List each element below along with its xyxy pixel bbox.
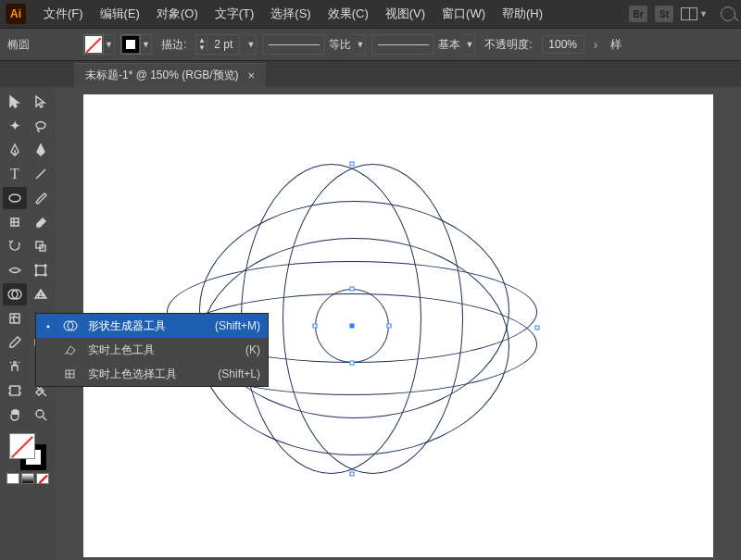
menu-edit[interactable]: 编辑(E) <box>92 0 148 28</box>
mesh-tool[interactable] <box>3 307 27 330</box>
profile-dropdown[interactable]: 等比▼ <box>262 34 366 55</box>
anchor-point[interactable] <box>535 326 540 330</box>
svg-point-7 <box>35 274 37 276</box>
menu-type[interactable]: 文字(T) <box>207 0 263 28</box>
menu-effect[interactable]: 效果(C) <box>320 0 377 28</box>
svg-line-0 <box>36 169 45 179</box>
shaper-tool[interactable] <box>3 211 27 233</box>
gradient-mode[interactable] <box>21 473 34 484</box>
lasso-tool[interactable] <box>29 115 53 137</box>
menubar: Ai 文件(F) 编辑(E) 对象(O) 文字(T) 选择(S) 效果(C) 视… <box>0 0 741 28</box>
stroke-swatch-group[interactable]: ▼ <box>120 34 152 55</box>
flyout-shortcut: (Shift+L) <box>218 367 260 380</box>
free-transform-tool[interactable] <box>29 259 53 281</box>
fill-swatch-group[interactable]: ▼ <box>83 34 115 55</box>
selection-tool[interactable] <box>3 91 27 113</box>
stroke-weight-dropdown[interactable]: ▼ <box>245 34 257 55</box>
perspective-grid-tool[interactable] <box>29 283 53 305</box>
menu-file[interactable]: 文件(F) <box>35 0 92 28</box>
style-label[interactable]: 样 <box>607 37 625 53</box>
flyout-item-label: 实时上色选择工具 <box>88 367 208 382</box>
scale-tool[interactable] <box>29 235 53 257</box>
shape-builder-icon <box>62 319 79 332</box>
layout-switcher[interactable]: ▼ <box>681 7 708 20</box>
svg-point-19 <box>36 410 44 417</box>
symbol-sprayer-tool[interactable] <box>3 355 27 378</box>
rotate-tool[interactable] <box>3 235 27 257</box>
document-title: 未标题-1* @ 150% (RGB/预览) <box>85 68 239 83</box>
zoom-tool[interactable] <box>29 404 53 426</box>
svg-point-5 <box>35 265 37 267</box>
app-logo: Ai <box>6 4 26 24</box>
flyout-live-paint-select[interactable]: 实时上色选择工具 (Shift+L) <box>36 362 268 386</box>
selected-marker-icon: ▪ <box>44 321 53 331</box>
flyout-live-paint[interactable]: 实时上色工具 (K) <box>36 338 268 362</box>
line-segment-tool[interactable] <box>29 163 53 185</box>
opacity-field[interactable] <box>542 35 584 54</box>
stroke-weight-field[interactable] <box>207 35 239 54</box>
curvature-tool[interactable] <box>29 139 53 161</box>
menu-view[interactable]: 视图(V) <box>377 0 433 28</box>
fill-stroke-swatches[interactable] <box>9 433 46 470</box>
flyout-shortcut: (K) <box>245 343 260 356</box>
brush-label: 基本 <box>434 37 464 53</box>
live-paint-icon <box>62 343 79 356</box>
brush-dropdown[interactable]: 基本▼ <box>371 34 475 55</box>
profile-label: 等比 <box>325 37 355 53</box>
stroke-label: 描边: <box>157 37 190 53</box>
selection-center <box>350 324 355 329</box>
flyout-shape-builder[interactable]: ▪ 形状生成器工具 (Shift+M) <box>36 314 268 338</box>
anchor-point[interactable] <box>387 324 392 329</box>
more-arrow-icon[interactable]: › <box>594 37 598 52</box>
width-tool[interactable] <box>3 259 27 281</box>
live-paint-select-icon <box>62 367 79 380</box>
tool-flyout-menu: ▪ 形状生成器工具 (Shift+M) 实时上色工具 (K) 实时上色选择工具 … <box>35 313 269 387</box>
none-mode[interactable] <box>36 473 49 484</box>
svg-line-20 <box>43 417 46 420</box>
stroke-weight-input[interactable]: ▲▼ <box>195 34 240 55</box>
menu-select[interactable]: 选择(S) <box>262 0 319 28</box>
color-mode[interactable] <box>6 473 19 484</box>
eyedropper-tool[interactable] <box>3 331 27 354</box>
flyout-item-label: 形状生成器工具 <box>88 318 206 334</box>
shape-builder-tool[interactable] <box>3 283 27 305</box>
fill-swatch[interactable] <box>9 433 35 459</box>
type-tool[interactable]: T <box>3 163 27 185</box>
color-mode-row <box>6 473 49 484</box>
anchor-point[interactable] <box>350 162 355 167</box>
menu-object[interactable]: 对象(O) <box>148 0 207 28</box>
svg-point-8 <box>44 274 46 276</box>
svg-point-1 <box>9 194 20 202</box>
search-icon[interactable] <box>721 6 735 21</box>
svg-rect-18 <box>10 386 19 395</box>
anchor-point[interactable] <box>313 324 318 329</box>
svg-rect-4 <box>36 266 45 275</box>
anchor-point[interactable] <box>350 287 355 292</box>
flyout-shortcut: (Shift+M) <box>215 319 260 332</box>
close-tab-icon[interactable]: × <box>248 68 256 82</box>
stock-badge[interactable]: St <box>655 6 673 22</box>
menu-window[interactable]: 窗口(W) <box>433 0 494 28</box>
artboard-tool[interactable] <box>3 380 27 402</box>
anchor-point[interactable] <box>350 472 355 477</box>
opacity-label: 不透明度: <box>481 37 535 53</box>
direct-selection-tool[interactable] <box>29 91 53 113</box>
hand-tool[interactable] <box>3 404 27 426</box>
ellipse-tool[interactable] <box>3 187 27 209</box>
control-bar: 椭圆 ▼ ▼ 描边: ▲▼ ▼ 等比▼ 基本▼ 不透明度: › 样 <box>0 28 741 61</box>
bridge-badge[interactable]: Br <box>629 6 647 22</box>
document-tab[interactable]: 未标题-1* @ 150% (RGB/预览) × <box>74 63 266 87</box>
flyout-item-label: 实时上色工具 <box>88 342 236 358</box>
pen-tool[interactable] <box>3 139 27 161</box>
active-tool-label: 椭圆 <box>7 37 30 53</box>
menu-help[interactable]: 帮助(H) <box>494 0 551 28</box>
svg-point-6 <box>44 265 46 267</box>
paintbrush-tool[interactable] <box>29 187 53 209</box>
opacity-input[interactable] <box>542 35 584 54</box>
eraser-tool[interactable] <box>29 211 53 233</box>
document-tabbar: 未标题-1* @ 150% (RGB/预览) × <box>0 61 741 87</box>
magic-wand-tool[interactable]: ✦ <box>3 115 27 137</box>
anchor-point[interactable] <box>350 361 355 366</box>
